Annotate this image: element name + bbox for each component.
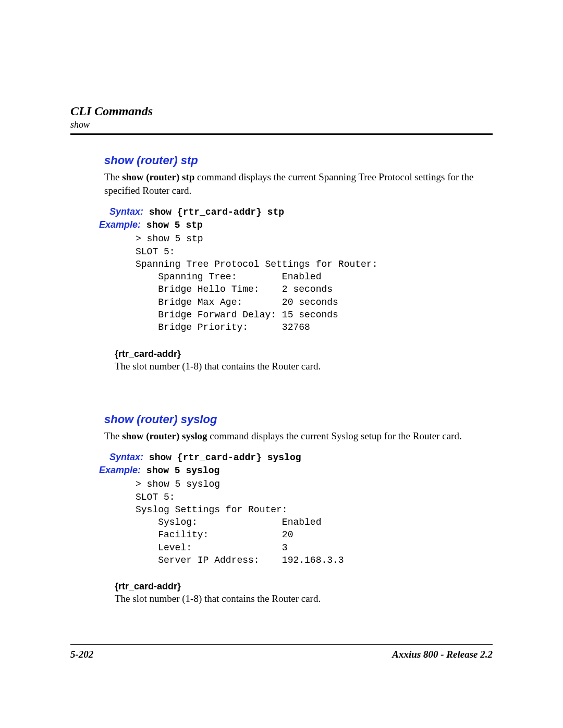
command-title: show (router) syslog	[104, 413, 493, 426]
example-label: Example:	[99, 465, 141, 475]
example-line: Example: show 5 syslog	[99, 465, 493, 476]
param-description: The slot number (1-8) that contains the …	[115, 593, 493, 604]
command-section-syslog: show (router) syslog The show (router) s…	[104, 413, 493, 605]
footer-row: 5-202 Axxius 800 - Release 2.2	[70, 649, 493, 660]
param-name: {rtr_card-addr}	[115, 349, 493, 360]
page-number: 5-202	[70, 649, 93, 660]
desc-text: The	[104, 430, 122, 441]
footer-rule	[70, 644, 493, 645]
page-footer: 5-202 Axxius 800 - Release 2.2	[70, 644, 493, 660]
page-content: show (router) stp The show (router) stp …	[104, 154, 493, 604]
section-gap	[104, 372, 493, 413]
product-release: Axxius 800 - Release 2.2	[392, 649, 493, 660]
command-section-stp: show (router) stp The show (router) stp …	[104, 154, 493, 372]
desc-text: The	[104, 171, 122, 182]
desc-text: command displays the current Syslog setu…	[207, 430, 462, 441]
header-rule	[70, 133, 493, 135]
example-code: show 5 stp	[141, 220, 203, 230]
command-description: The show (router) stp command displays t…	[104, 170, 493, 197]
command-description: The show (router) syslog command display…	[104, 429, 493, 443]
example-line: Example: show 5 stp	[99, 219, 493, 230]
header-chapter: CLI Commands	[70, 104, 493, 118]
example-label: Example:	[99, 219, 141, 230]
desc-command-name: show (router) stp	[122, 171, 194, 182]
page-header: CLI Commands show	[70, 104, 493, 135]
desc-command-name: show (router) syslog	[122, 430, 207, 441]
command-title: show (router) stp	[104, 154, 493, 167]
syntax-label: Syntax:	[109, 452, 143, 462]
example-output: > show 5 stp SLOT 5: Spanning Tree Proto…	[136, 232, 493, 334]
param-name: {rtr_card-addr}	[115, 581, 493, 592]
syntax-code: show {rtr_card-addr} syslog	[143, 452, 301, 463]
page: CLI Commands show show (router) stp The …	[0, 0, 563, 728]
example-code: show 5 syslog	[141, 465, 219, 476]
syntax-code: show {rtr_card-addr} stp	[143, 207, 284, 217]
syntax-label: Syntax:	[109, 206, 143, 217]
syntax-line: Syntax: show {rtr_card-addr} syslog	[109, 452, 493, 463]
header-subsection: show	[70, 119, 493, 130]
param-description: The slot number (1-8) that contains the …	[115, 361, 493, 372]
example-output: > show 5 syslog SLOT 5: Syslog Settings …	[136, 478, 493, 566]
syntax-line: Syntax: show {rtr_card-addr} stp	[109, 206, 493, 217]
